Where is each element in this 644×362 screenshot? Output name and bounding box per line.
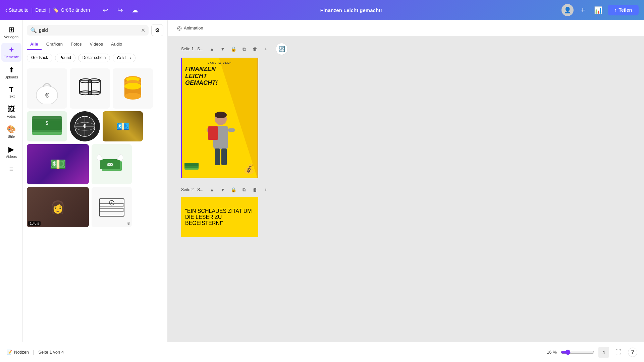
share-button[interactable]: ↑ Teilen xyxy=(608,5,639,15)
page-2-down-button[interactable]: ▼ xyxy=(218,185,227,194)
analytics-button[interactable]: 📊 xyxy=(592,4,604,16)
category-tabs: Alle Grafiken Fotos Videos Audio xyxy=(23,39,167,50)
search-clear-button[interactable]: ✕ xyxy=(141,27,145,34)
sidebar-item-text[interactable]: T Text xyxy=(1,83,21,101)
add-collaborator-button[interactable]: + xyxy=(577,4,589,16)
svg-rect-42 xyxy=(184,163,199,166)
back-label: Startseite xyxy=(9,7,29,13)
tag-geld-more[interactable]: Geld... › xyxy=(113,54,136,62)
elemente-label: Elemente xyxy=(3,55,19,59)
page-1-delete-button[interactable]: 🗑 xyxy=(250,44,260,54)
result-coin-stack-gold[interactable] xyxy=(113,68,153,109)
page-2-controls: ▲ ▼ 🔒 ⧉ 🗑 + xyxy=(207,185,270,194)
result-euro-bag[interactable]: € xyxy=(27,68,67,109)
page-2-duplicate-button[interactable]: ⧉ xyxy=(239,185,249,194)
tag-pound[interactable]: Pound xyxy=(55,54,75,62)
svg-point-14 xyxy=(124,83,141,89)
result-flying-money[interactable]: $$$ xyxy=(92,144,132,184)
fotos-icon: 🖼 xyxy=(8,105,15,114)
page-1-duplicate-button[interactable]: ⧉ xyxy=(239,44,249,54)
page-2-up-button[interactable]: ▲ xyxy=(207,185,217,194)
title-line1: FINANZEN xyxy=(185,66,218,73)
page-1-down-button[interactable]: ▼ xyxy=(218,44,227,54)
premium-crown-badge: ♛ xyxy=(127,221,130,226)
svg-text:$$$: $$$ xyxy=(107,162,113,167)
result-green-cash[interactable]: $ xyxy=(27,111,67,141)
help-button[interactable]: ? xyxy=(628,348,637,357)
design-page-1[interactable]: SASCHA DELP FINANZEN LEICHT GEMACHT! xyxy=(181,58,258,178)
sidebar-item-uploads[interactable]: ⬆ Uploads xyxy=(1,63,21,82)
svg-point-39 xyxy=(215,112,227,118)
bottom-bar: 📝 Notizen | Seite 1 von 4 16 % 4 ⛶ ? xyxy=(0,342,644,362)
cloud-save-button[interactable]: ☁ xyxy=(129,4,141,16)
grid-view-button[interactable]: 4 xyxy=(598,347,609,358)
animation-icon: ◎ xyxy=(177,25,182,31)
bottom-right: 16 % 4 ⛶ ? xyxy=(547,347,637,358)
resize-button[interactable]: 🏷️ Größe ändern xyxy=(53,7,90,13)
search-icon: 🔍 xyxy=(30,27,37,34)
notes-label: Notizen xyxy=(14,350,29,355)
sidebar-item-videos[interactable]: ▶ Videos xyxy=(1,142,21,161)
page-1-lock-button[interactable]: 🔒 xyxy=(229,44,238,54)
stile-label: Stile xyxy=(8,134,15,138)
svg-text:€: € xyxy=(45,92,49,99)
topbar-actions: ↩ ↪ ☁ xyxy=(99,4,141,16)
vorlagen-icon: ⊞ xyxy=(8,25,14,34)
fullscreen-button[interactable]: ⛶ xyxy=(613,347,624,358)
page-1-add-button[interactable]: + xyxy=(261,44,270,54)
tab-grafiken[interactable]: Grafiken xyxy=(43,39,66,50)
zoom-level: 16 % xyxy=(547,350,557,355)
canvas-scroll[interactable]: Seite 1 - S... ▲ ▼ 🔒 ⧉ 🗑 + 🔄 xyxy=(168,36,644,342)
sidebar-item-vorlagen[interactable]: ⊞ Vorlagen xyxy=(1,23,21,42)
sidebar-item-stile[interactable]: 🎨 Stile xyxy=(1,122,21,141)
result-coin-stack-bw[interactable] xyxy=(70,68,110,109)
svg-rect-35 xyxy=(221,148,227,165)
result-euro-photo[interactable]: 💶 xyxy=(103,111,143,141)
text-icon: T xyxy=(9,86,13,94)
tag-geldsack[interactable]: Geldsack xyxy=(27,54,52,62)
sidebar-item-patterns[interactable]: ≡ xyxy=(1,163,21,176)
design-page-2[interactable]: "EIN SCHLAUES ZITAT UM DIE LESER ZU BEGE… xyxy=(181,197,258,237)
filter-button[interactable]: ⚙ xyxy=(151,24,163,36)
notes-button[interactable]: 📝 Notizen xyxy=(7,350,29,355)
sidebar-item-elemente[interactable]: ✦ Elemente xyxy=(1,43,21,62)
avatar[interactable]: 👤 xyxy=(561,4,574,16)
page-2-add-button[interactable]: + xyxy=(261,185,270,194)
search-bar: 🔍 ✕ ⚙ xyxy=(23,20,167,39)
tab-videos[interactable]: Videos xyxy=(87,39,107,50)
euro-notes-emoji: 💶 xyxy=(116,120,129,133)
back-button[interactable]: ‹ Startseite xyxy=(5,7,29,14)
page-2-lock-button[interactable]: 🔒 xyxy=(229,185,238,194)
page-1-refresh-button[interactable]: 🔄 xyxy=(276,43,288,55)
svg-point-10 xyxy=(124,93,141,100)
page-1-up-button[interactable]: ▲ xyxy=(207,44,217,54)
zoom-slider[interactable] xyxy=(561,350,594,355)
tab-alle[interactable]: Alle xyxy=(27,39,42,50)
page-1-background: SASCHA DELP FINANZEN LEICHT GEMACHT! xyxy=(182,58,258,178)
animation-button[interactable]: ◎ Animation xyxy=(173,23,207,33)
redo-button[interactable]: ↪ xyxy=(114,4,126,16)
tab-fotos[interactable]: Fotos xyxy=(67,39,85,50)
svg-text:€: € xyxy=(84,123,87,129)
tag-dollar-schein[interactable]: Dollar schein xyxy=(78,54,110,62)
title-line2: LEICHT xyxy=(185,73,218,80)
result-euro-globe[interactable]: € xyxy=(70,111,100,141)
result-money-stack-bw[interactable]: $ ♛ xyxy=(92,187,132,227)
tab-audio[interactable]: Audio xyxy=(108,39,125,50)
sidebar-item-fotos[interactable]: 🖼 Fotos xyxy=(1,102,21,121)
page-2-quote: "EIN SCHLAUES ZITAT UM DIE LESER ZU BEGE… xyxy=(181,204,258,230)
fotos-label: Fotos xyxy=(7,114,16,118)
euro-photo-placeholder: 💶 xyxy=(103,111,143,141)
main-layout: ⊞ Vorlagen ✦ Elemente ⬆ Uploads T Text 🖼… xyxy=(0,20,644,342)
undo-button[interactable]: ↩ xyxy=(99,4,111,16)
result-woman-money[interactable]: 👩 13.0 s xyxy=(27,187,89,227)
page-indicator: Seite 1 von 4 xyxy=(38,350,64,355)
text-label: Text xyxy=(8,94,14,98)
search-input[interactable] xyxy=(39,27,139,33)
svg-rect-37 xyxy=(228,128,235,132)
file-menu[interactable]: Datei xyxy=(35,7,46,13)
page-2-delete-button[interactable]: 🗑 xyxy=(250,185,260,194)
result-purple-notes[interactable]: 💵 xyxy=(27,144,89,184)
animation-label: Animation xyxy=(184,25,203,31)
svg-text:$: $ xyxy=(46,120,48,126)
